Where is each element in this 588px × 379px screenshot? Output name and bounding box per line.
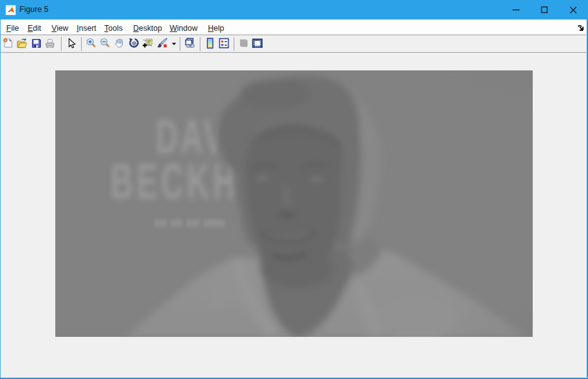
svg-text:BECKH: BECKH	[111, 153, 239, 209]
